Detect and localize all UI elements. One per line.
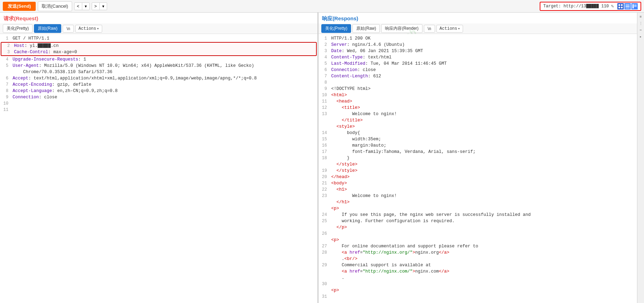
svg-rect-8 [634, 5, 637, 5]
resp-line-5: 5 Last-Modified: Tue, 04 Mar 2014 11:46:… [318, 61, 637, 67]
resp-line-12: 12 <title> [318, 105, 637, 111]
cancel-button[interactable]: 取消(Cancel) [38, 1, 72, 11]
response-actions-label: Actions [440, 26, 457, 31]
svg-rect-10 [634, 6, 637, 7]
response-tab-bar: 美化(Pretty) 原始(Raw) 响应内容(Render) \n Actio… [318, 23, 637, 34]
right-sidebar: ≡ ⋮ ⋯ ▸ [637, 13, 644, 303]
svg-rect-1 [621, 4, 623, 6]
resp-line-22: 22 <h1> [318, 186, 637, 193]
sidebar-icon-3[interactable]: ⋯ [638, 27, 644, 33]
resp-line-4: 4 Content-Type: text/html [318, 54, 637, 61]
resp-line-1: 1 HTTP/1.1 200 OK [318, 35, 637, 42]
response-actions-dropdown[interactable]: Actions ▾ [436, 25, 463, 33]
response-title: 响应(Respons) [318, 13, 637, 23]
resp-line-33: .<br/> [318, 256, 637, 262]
request-tab-pretty[interactable]: 美化(Pretty) [3, 24, 33, 33]
resp-line-34: 29 Commercial support is available at [318, 262, 637, 268]
request-line-6: 6 Accept: text/html,application/xhtml+xm… [0, 75, 317, 82]
request-line-4: 4 Upgrade-Insecure-Requests: 1 [0, 56, 317, 63]
sidebar-icon-1[interactable]: ≡ [638, 14, 644, 20]
resp-line-7: 7 Content-Length: 612 [318, 73, 637, 79]
resp-line-39: 31 [318, 294, 637, 300]
request-title: 请求(Request) [0, 13, 317, 23]
resp-line-35: <a href="http://nginx.com/">nginx.com</a… [318, 268, 637, 275]
resp-line-26: 24 If you see this page, the nginx web s… [318, 212, 637, 218]
nav-button-group: < ▾ [74, 2, 90, 10]
target-edit-icon[interactable]: ✎ [611, 3, 614, 9]
resp-line-18: 16 margin:0auto; [318, 142, 637, 149]
resp-line-25: <p> [318, 205, 637, 212]
resp-line-28: </p> [318, 224, 637, 231]
svg-rect-7 [632, 4, 634, 8]
view-list-button[interactable] [624, 3, 631, 9]
svg-rect-4 [625, 5, 630, 5]
request-line-3: 3 Cache-Control: max-age=0 [1, 49, 316, 55]
request-tab-raw[interactable]: 原始(Raw) [34, 24, 61, 33]
resp-line-14: </title> [318, 117, 637, 124]
response-tab-pretty[interactable]: 美化(Pretty) [321, 24, 351, 33]
nav-forward-down-button[interactable]: ▾ [100, 3, 107, 10]
nav-back-button[interactable]: < [75, 3, 82, 10]
svg-rect-6 [625, 8, 630, 8]
resp-line-6: 6 Connection: close [318, 67, 637, 73]
request-actions-label: Actions [78, 26, 96, 31]
request-line-9: 9 Connection: close [0, 94, 317, 100]
svg-rect-3 [621, 7, 623, 8]
sidebar-icon-4[interactable]: ▸ [638, 34, 644, 40]
response-tab-newline[interactable]: \n [424, 25, 435, 33]
main-area: adlab adlab adlab adlab 请求(Request) 美化(P… [0, 13, 644, 303]
request-line-8: 8 Accept-Language: en,zh-CN;q=0.9,zh;q=0… [0, 88, 317, 94]
request-line-5: 5 User-Agent: Mozilla/5.0 (Windows NT 10… [0, 63, 317, 69]
resp-line-36: . [318, 275, 637, 281]
resp-line-32: 28 <a href="http://nginx.org/">nginx.org… [318, 249, 637, 256]
request-actions-dropdown[interactable]: Actions ▾ [75, 25, 102, 33]
resp-line-2: 2 Server: nginx/1.4.6 (Ubuntu) [318, 42, 637, 48]
request-panel: adlab adlab adlab adlab 请求(Request) 美化(P… [0, 13, 318, 303]
resp-line-30: <p> [318, 237, 637, 243]
svg-rect-9 [634, 5, 637, 6]
nav-down-button[interactable]: ▾ [82, 3, 89, 10]
request-line-2: 2 Host: yl.█████.cn [1, 43, 316, 49]
resp-line-23: 23 Welcome to nginx! [318, 193, 637, 199]
resp-line-24: </h1> [318, 199, 637, 205]
resp-line-20b: 20 </head> [318, 174, 637, 180]
resp-line-10: 10 <html> [318, 92, 637, 98]
request-highlighted-block: 2 Host: yl.█████.cn 3 Cache-Control: max… [1, 42, 317, 56]
resp-line-16: 14 body{ [318, 130, 637, 136]
svg-rect-0 [618, 4, 620, 6]
response-tab-render[interactable]: 响应内容(Render) [381, 24, 422, 33]
svg-rect-5 [625, 6, 630, 7]
response-code-area[interactable]: 1 HTTP/1.1 200 OK 2 Server: nginx/1.4.6 … [318, 34, 637, 303]
resp-line-15: <style> [318, 124, 637, 130]
request-code-area[interactable]: 1 GET / HTTP/1.1 2 Host: yl.█████.cn 3 C… [0, 34, 317, 303]
response-tab-raw[interactable]: 原始(Raw) [352, 24, 380, 33]
resp-line-19: 17 font-family:Tahoma, Verdana, Arial, s… [318, 149, 637, 155]
resp-line-27: 25 working. Further configuration is req… [318, 218, 637, 224]
resp-line-37: 30 [318, 281, 637, 287]
resp-line-line19: 19 </style> [318, 168, 637, 174]
toolbar: 发送(Send) 取消(Cancel) < ▾ > ▾ Target: http… [0, 0, 644, 13]
resp-line-29: 26 [318, 231, 637, 237]
resp-line-31: 27 For online documentation and support … [318, 243, 637, 249]
resp-line-38: <p> [318, 287, 637, 294]
nav-forward-button[interactable]: > [92, 3, 100, 10]
resp-line-13: 13 Welcome to nginx! [318, 111, 637, 117]
resp-line-9: 9 <!DOCTYPE html> [318, 86, 637, 92]
resp-line-17: 15 width:35em; [318, 136, 637, 142]
view-grid-button[interactable] [617, 3, 624, 9]
view-icons [617, 3, 638, 9]
sidebar-icon-2[interactable]: ⋮ [638, 21, 644, 26]
target-label: Target: http://13█████ 110 [543, 4, 609, 9]
resp-line-20: 18 } [318, 155, 637, 161]
view-detail-button[interactable] [631, 3, 638, 9]
request-tab-newline[interactable]: \n [63, 25, 74, 33]
response-actions-caret: ▾ [458, 27, 460, 31]
target-badge: Target: http://13█████ 110 ✎ [540, 2, 641, 11]
resp-line-21b: 21 <body> [318, 180, 637, 186]
svg-rect-2 [618, 7, 620, 8]
resp-line-21: </style> [318, 161, 637, 168]
send-button[interactable]: 发送(Send) [3, 2, 36, 11]
request-actions-caret: ▾ [97, 27, 99, 31]
resp-line-11: 11 <head> [318, 98, 637, 105]
request-line-7: 7 Accept-Encoding: gzip, deflate [0, 82, 317, 88]
